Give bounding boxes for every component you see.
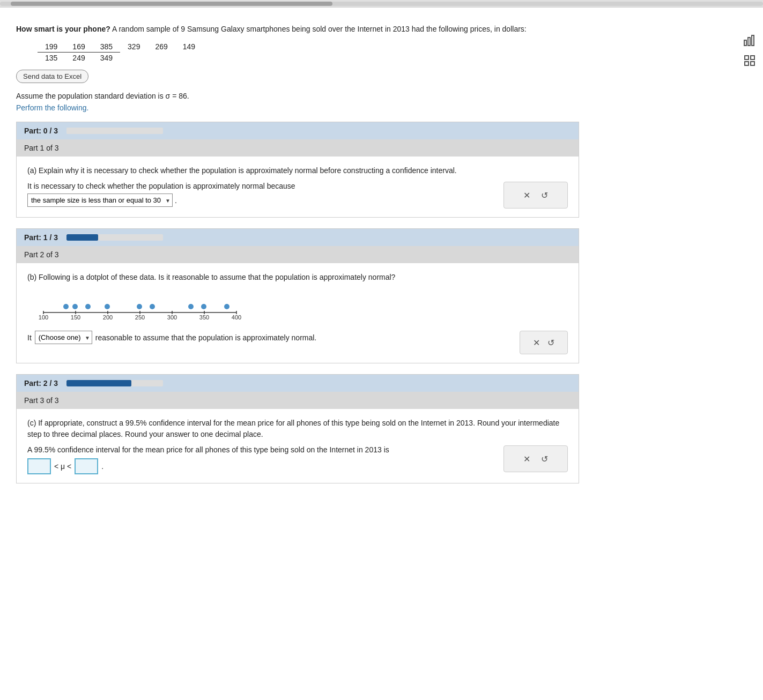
part-1-progress-bg <box>66 128 163 134</box>
part-1-header: Part: 0 / 3 <box>17 122 579 139</box>
dotplot-svg: 100 150 200 250 300 <box>27 288 242 321</box>
data-row-1: 199 169 385 329 269 149 <box>38 41 203 53</box>
part-2-section: Part: 1 / 3 Part 2 of 3 (b) Following is… <box>16 228 579 363</box>
part-1-action-buttons[interactable]: ✕ ↺ <box>503 182 568 208</box>
data-cell: 135 <box>38 53 65 64</box>
part-1-sub-label: Part 1 of 3 <box>24 144 59 152</box>
part-2-progress-fill <box>66 234 98 241</box>
part-2-progress-bg <box>66 234 163 241</box>
part-1-answer-row: It is necessary to check whether the pop… <box>27 182 568 208</box>
part-3-answer-area: A 99.5% confidence interval for the mean… <box>27 445 495 474</box>
part-2-action-buttons[interactable]: ✕ ↺ <box>520 331 568 354</box>
svg-text:200: 200 <box>103 314 113 321</box>
svg-rect-2 <box>752 35 754 46</box>
svg-rect-1 <box>748 38 750 46</box>
part-2-label: Part: 1 / 3 <box>24 233 58 242</box>
part-2-answer-suffix: reasonable to assume that the population… <box>95 333 316 342</box>
part-3-sub-header: Part 3 of 3 <box>17 392 579 409</box>
ci-period: . <box>101 462 103 471</box>
data-table: 199 169 385 329 269 149 135 249 349 <box>38 41 579 63</box>
data-cell: 149 <box>175 41 203 53</box>
part-3-progress-fill <box>66 380 131 386</box>
part-2-header: Part: 1 / 3 <box>17 229 579 246</box>
svg-text:300: 300 <box>167 314 177 321</box>
main-content: How smart is your phone? A random sample… <box>0 8 606 510</box>
grid-icon[interactable] <box>742 53 758 69</box>
part-1-undo-icon: ↺ <box>541 190 548 200</box>
sidebar-icons <box>742 32 758 69</box>
part-1-dropdown[interactable]: the sample size is less than or equal to… <box>27 193 173 207</box>
part-1-sub-header: Part 1 of 3 <box>17 139 579 157</box>
part-3-section: Part: 2 / 3 Part 3 of 3 (c) If appropria… <box>16 374 579 483</box>
part-3-progress-bg <box>66 380 163 386</box>
svg-rect-4 <box>751 56 754 59</box>
part-3-header: Part: 2 / 3 <box>17 375 579 392</box>
dot-329 <box>188 304 194 309</box>
scrollbar-thumb <box>11 2 332 6</box>
dotplot-area: 100 150 200 250 300 <box>27 288 568 322</box>
part-1-body: (a) Explain why it is necessary to check… <box>17 157 579 217</box>
svg-rect-3 <box>745 56 749 59</box>
part-1-section: Part: 0 / 3 Part 1 of 3 (a) Explain why … <box>16 122 579 218</box>
send-data-button[interactable]: Send data to Excel <box>16 70 88 83</box>
data-cell: 169 <box>65 41 92 53</box>
part-3-body: (c) If appropriate, construct a 99.5% co… <box>17 409 579 483</box>
part-3-undo-icon: ↺ <box>541 454 548 464</box>
part-2-answer-prefix: It <box>27 333 32 342</box>
part-3-clear-icon: ✕ <box>523 454 530 464</box>
dot-249 <box>137 304 142 309</box>
svg-rect-6 <box>751 62 754 65</box>
data-cell: 249 <box>65 53 92 64</box>
data-row-2: 135 249 349 <box>38 53 203 64</box>
svg-rect-5 <box>745 62 749 65</box>
part-1-answer-prefix: It is necessary to check whether the pop… <box>27 182 495 190</box>
part-3-sub-label: Part 3 of 3 <box>24 396 59 405</box>
part-2-question: (b) Following is a dotplot of these data… <box>27 272 568 283</box>
dot-385 <box>224 304 229 309</box>
svg-text:100: 100 <box>39 314 48 321</box>
scrollbar-track <box>0 2 763 6</box>
part-3-answer-row: A 99.5% confidence interval for the mean… <box>27 445 568 474</box>
data-cell: 349 <box>93 53 120 64</box>
part-2-dropdown[interactable]: (Choose one) is is not <box>35 331 92 344</box>
ci-lower-input[interactable] <box>27 458 51 474</box>
dot-169 <box>85 304 91 309</box>
question-title: How smart is your phone? A random sample… <box>16 24 579 35</box>
ci-symbol: < μ < <box>54 462 71 471</box>
part-3-label: Part: 2 / 3 <box>24 379 58 388</box>
part-2-sub-header: Part 2 of 3 <box>17 246 579 263</box>
assumption-text: Assume the population standard deviation… <box>16 92 579 100</box>
dot-149 <box>72 304 78 309</box>
svg-text:150: 150 <box>71 314 80 321</box>
question-bold: How smart is your phone? <box>16 25 110 33</box>
part-3-answer-line: A 99.5% confidence interval for the mean… <box>27 445 495 454</box>
data-cell: 385 <box>93 41 120 53</box>
part-1-clear-icon: ✕ <box>523 190 530 200</box>
dot-269 <box>150 304 155 309</box>
part-2-body: (b) Following is a dotplot of these data… <box>17 263 579 363</box>
data-cell: 329 <box>120 41 147 53</box>
question-text: A random sample of 9 Samsung Galaxy smar… <box>112 25 527 33</box>
part-2-dropdown-wrapper[interactable]: (Choose one) is is not <box>35 331 92 344</box>
dot-135 <box>63 304 69 309</box>
confidence-interval-row: < μ < . <box>27 458 495 474</box>
dot-349 <box>201 304 206 309</box>
dot-199 <box>105 304 110 309</box>
perform-text: Perform the following. <box>16 103 579 112</box>
svg-text:250: 250 <box>135 314 145 321</box>
svg-text:350: 350 <box>199 314 209 321</box>
part-1-dropdown-wrapper[interactable]: the sample size is less than or equal to… <box>27 193 173 207</box>
data-cell: 269 <box>147 41 175 53</box>
horizontal-scrollbar[interactable] <box>0 0 763 8</box>
ci-upper-input[interactable] <box>75 458 98 474</box>
part-2-answer-area: It (Choose one) is is not reasonable to … <box>27 331 511 344</box>
part-2-clear-icon: ✕ <box>533 338 540 348</box>
part-3-question: (c) If appropriate, construct a 99.5% co… <box>27 418 568 440</box>
bar-chart-icon[interactable] <box>742 32 758 48</box>
part-2-answer-row: It (Choose one) is is not reasonable to … <box>27 331 568 354</box>
part-3-action-buttons[interactable]: ✕ ↺ <box>503 445 568 472</box>
svg-text:400: 400 <box>232 314 241 321</box>
part-1-answer-suffix: . <box>175 196 177 205</box>
part-1-label: Part: 0 / 3 <box>24 126 58 135</box>
page-wrapper: How smart is your phone? A random sample… <box>0 0 763 700</box>
